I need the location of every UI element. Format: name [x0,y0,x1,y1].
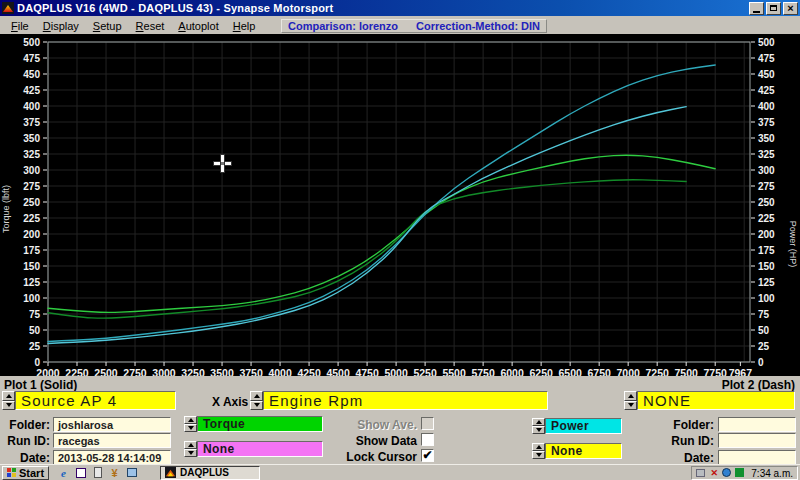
svg-text:4750: 4750 [355,367,379,376]
plot2-channel-a-spinner[interactable] [532,418,545,434]
menu-item-file[interactable]: File [4,18,36,34]
plot1-channel-b-combo[interactable]: None [197,441,323,457]
svg-text:400: 400 [758,101,775,112]
show-desktop-icon[interactable] [74,466,87,479]
task-button-label: DAQPLUS [180,467,229,478]
plot1-source-spinner[interactable] [2,391,15,410]
menu-item-help[interactable]: Help [226,18,263,34]
svg-text:325: 325 [758,149,775,160]
menu-item-display[interactable]: Display [36,18,86,34]
tray-error-icon[interactable]: ✕ [709,468,719,478]
plot1-run-id-field[interactable]: racegas [53,433,171,448]
svg-text:2250: 2250 [65,367,89,376]
plot2-source-combo[interactable]: NONE [637,391,795,410]
plot2-date-label: Date: [632,451,714,465]
svg-text:225: 225 [758,213,775,224]
svg-text:5250: 5250 [413,367,437,376]
tray-device-icon[interactable] [696,468,706,478]
plot2-date-field[interactable] [718,450,796,465]
svg-text:325: 325 [23,149,40,160]
channels-icon[interactable]: ¥ [108,466,121,479]
minimize-button[interactable] [749,2,764,15]
svg-text:450: 450 [758,69,775,80]
show-ave-label: Show Ave. [340,418,417,432]
svg-text:Power (HP): Power (HP) [788,221,798,268]
svg-text:125: 125 [23,277,40,288]
svg-text:6500: 6500 [558,367,582,376]
svg-text:350: 350 [23,133,40,144]
restore-button[interactable] [766,2,781,15]
plot1-date-field[interactable]: 2013-05-28 14:14:09 [53,450,171,465]
svg-text:7250: 7250 [645,367,669,376]
start-button[interactable]: Start [2,466,49,480]
close-icon: × [787,3,793,14]
lock-cursor-checkbox[interactable]: ✔ [421,449,434,462]
plot2-header: Plot 2 (Dash) [722,378,795,392]
x-axis-spinner[interactable] [250,391,263,410]
start-label: Start [19,467,44,479]
svg-text:425: 425 [758,85,775,96]
plot2-run-id-field[interactable] [718,433,796,448]
plot2-run-id-label: Run ID: [632,434,714,448]
outlook-icon[interactable] [125,466,138,479]
svg-text:75: 75 [29,309,41,320]
menu-item-reset[interactable]: Reset [129,18,172,34]
svg-text:Torque (lbft): Torque (lbft) [1,185,11,233]
plot1-folder-field[interactable]: joshlarosa [53,417,171,432]
taskbar-daqplus-button[interactable]: DAQPLUS [160,466,260,480]
plot1-source-combo[interactable]: Source AP 4 [15,391,176,410]
plot2-folder-label: Folder: [632,418,714,432]
svg-text:0: 0 [758,357,764,368]
taskbar: Start e ¥ DAQPLUS ✕ 7:34 a.m. [0,464,800,480]
plot2-channel-b-combo[interactable]: None [545,443,622,459]
document-icon[interactable] [91,466,104,479]
x-axis-label: X Axis [212,395,248,409]
menu-item-autoplot[interactable]: Autoplot [171,18,225,34]
plot1-channel-b-spinner[interactable] [184,441,197,457]
svg-text:6000: 6000 [500,367,524,376]
plot2-folder-field[interactable] [718,417,796,432]
svg-text:5000: 5000 [384,367,408,376]
tray-network-icon[interactable] [722,468,732,478]
show-data-checkbox[interactable] [421,433,434,446]
svg-text:175: 175 [758,245,775,256]
svg-text:4500: 4500 [326,367,350,376]
show-ave-checkbox[interactable] [421,417,434,430]
svg-text:275: 275 [758,181,775,192]
svg-text:150: 150 [23,261,40,272]
svg-text:25: 25 [758,341,770,352]
plot2-channel-a-combo[interactable]: Power [545,418,622,434]
svg-text:200: 200 [23,229,40,240]
title-bar: DAQPLUS V16 (4WD - DAQPLUS 43) - Synapse… [0,0,800,16]
dyno-chart[interactable]: 0025255050757510010012512515015017517520… [0,34,800,376]
svg-text:7500: 7500 [675,367,699,376]
plot2-channel-b-spinner[interactable] [532,443,545,459]
svg-text:6250: 6250 [529,367,553,376]
plot1-channel-a-spinner[interactable] [184,416,197,432]
system-tray: ✕ 7:34 a.m. [691,466,798,480]
svg-text:350: 350 [758,133,775,144]
svg-text:400: 400 [23,101,40,112]
menu-items: FileDisplaySetupResetAutoplotHelp [4,16,262,34]
tray-recording-icon[interactable] [735,468,745,478]
svg-text:100: 100 [758,293,775,304]
svg-text:2000: 2000 [36,367,60,376]
plot2-source-spinner[interactable] [624,391,637,410]
plot1-folder-label: Folder: [4,418,50,432]
svg-text:175: 175 [23,245,40,256]
x-axis-combo[interactable]: Engine Rpm [263,391,548,410]
svg-text:225: 225 [23,213,40,224]
svg-text:3000: 3000 [152,367,176,376]
internet-explorer-icon[interactable]: e [57,466,70,479]
svg-text:150: 150 [758,261,775,272]
svg-text:0: 0 [34,357,40,368]
show-data-label: Show Data [340,434,417,448]
svg-text:425: 425 [23,85,40,96]
svg-text:500: 500 [23,37,40,48]
close-button[interactable]: × [783,2,798,15]
plot1-channel-a-combo[interactable]: Torque [197,416,323,432]
menu-item-setup[interactable]: Setup [86,18,129,34]
plot1-date-label: Date: [4,451,50,465]
taskbar-clock: 7:34 a.m. [751,468,793,479]
svg-text:75: 75 [758,309,770,320]
